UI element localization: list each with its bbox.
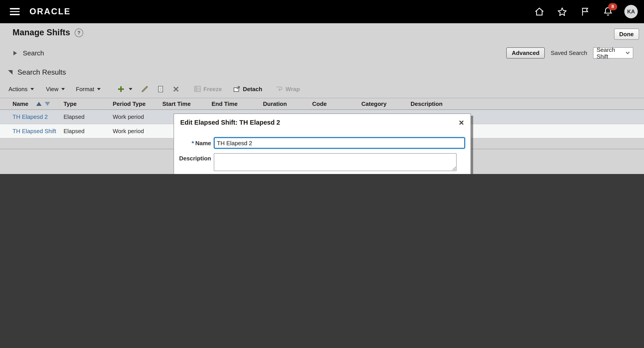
caret-down-icon	[30, 88, 34, 90]
navigation-menu-icon[interactable]	[10, 8, 20, 15]
edit-pencil-icon[interactable]	[141, 84, 148, 94]
name-field-label: *Name	[174, 140, 211, 146]
home-icon[interactable]	[533, 5, 546, 18]
sort-descending-icon[interactable]	[45, 102, 50, 106]
notification-count-badge: 8	[608, 3, 617, 10]
wrap-button: Wrap	[276, 86, 300, 92]
description-textarea[interactable]	[214, 153, 456, 171]
format-menu-label: Format	[76, 86, 94, 92]
column-header-start-time[interactable]: Start Time	[162, 98, 212, 109]
results-section-toggle[interactable]: Search Results	[8, 68, 66, 76]
help-icon[interactable]: ?	[75, 28, 83, 37]
shift-name-link[interactable]: TH Elapesd 2	[12, 110, 64, 124]
column-header-type[interactable]: Type	[64, 98, 113, 109]
freeze-label: Freeze	[204, 86, 222, 92]
results-section-label: Search Results	[18, 68, 66, 76]
actions-menu[interactable]: Actions	[8, 86, 34, 92]
sort-ascending-icon[interactable]	[36, 102, 42, 106]
column-header-duration[interactable]: Duration	[263, 98, 312, 109]
oracle-logo: ORACLE	[30, 7, 71, 16]
results-toolbar: Actions View Format	[8, 84, 644, 94]
required-asterisk: *	[192, 140, 194, 146]
duplicate-document-icon[interactable]	[158, 84, 164, 94]
cell-period-type: Work period	[113, 124, 162, 138]
disclosure-collapsed-icon	[14, 51, 17, 55]
column-header-code[interactable]: Code	[312, 98, 361, 109]
done-button[interactable]: Done	[614, 29, 639, 40]
close-icon[interactable]: ✕	[459, 119, 464, 126]
notifications-bell-icon[interactable]: 8	[602, 5, 614, 18]
page-header: Manage Shifts ?	[12, 28, 83, 37]
search-section-label: Search	[23, 49, 44, 57]
cell-period-type: Work period	[113, 110, 162, 124]
dialog-title-bar: Edit Elapsed Shift: TH Elapesd 2 ✕	[174, 114, 470, 131]
favorites-star-icon[interactable]	[556, 5, 568, 18]
global-header: ORACLE 8	[0, 0, 644, 23]
advanced-search-button[interactable]: Advanced	[506, 47, 545, 58]
detach-window-icon	[234, 86, 240, 92]
name-input[interactable]	[214, 137, 465, 149]
user-avatar[interactable]: KA	[624, 5, 638, 18]
cell-type: Elapsed	[64, 124, 113, 138]
column-header-name[interactable]: Name	[12, 98, 64, 109]
column-header-category[interactable]: Category	[361, 98, 410, 109]
wrap-arrow-icon	[276, 86, 283, 92]
detach-button[interactable]: Detach	[234, 86, 262, 92]
shift-name-link[interactable]: TH Elapsed Shift	[12, 124, 64, 138]
table-header-row: Name Type Period Type Start Time End Tim…	[0, 98, 644, 110]
add-icon[interactable]	[118, 84, 124, 94]
saved-search-select[interactable]: Search Shift	[593, 47, 633, 58]
caret-down-icon	[61, 88, 64, 90]
add-menu-caret-icon[interactable]	[129, 84, 132, 94]
view-menu[interactable]: View	[46, 86, 64, 92]
description-field-row: Description	[174, 153, 470, 171]
column-header-period-type[interactable]: Period Type	[113, 98, 162, 109]
wrap-label: Wrap	[286, 86, 300, 92]
actions-menu-label: Actions	[8, 86, 28, 92]
disclosure-expanded-icon	[8, 70, 12, 75]
saved-search-value: Search Shift	[596, 46, 626, 60]
description-field-label: Description	[174, 155, 211, 162]
detach-label: Detach	[243, 86, 262, 92]
delete-x-icon[interactable]	[173, 84, 179, 94]
search-controls: Advanced Saved Search Search Shift	[506, 47, 633, 58]
global-header-actions: 8 KA	[533, 5, 638, 18]
view-menu-label: View	[46, 86, 58, 92]
freeze-grid-icon	[194, 86, 201, 92]
application-window: ORACLE 8	[0, 0, 644, 174]
format-menu[interactable]: Format	[76, 86, 100, 92]
chevron-down-icon	[626, 51, 630, 54]
column-header-end-time[interactable]: End Time	[212, 98, 263, 109]
cell-type: Elapsed	[64, 110, 113, 124]
freeze-button: Freeze	[194, 86, 222, 92]
name-field-row: *Name	[174, 137, 470, 149]
caret-down-icon	[97, 88, 100, 90]
saved-search-label: Saved Search	[551, 50, 587, 56]
dialog-title: Edit Elapsed Shift: TH Elapesd 2	[180, 119, 280, 126]
page-title: Manage Shifts	[12, 28, 70, 37]
announcements-flag-icon[interactable]	[579, 5, 591, 18]
column-header-description[interactable]: Description	[410, 98, 644, 109]
search-section-toggle[interactable]: Search	[14, 49, 44, 57]
edit-shift-dialog: Edit Elapsed Shift: TH Elapesd 2 ✕ *Name…	[174, 114, 471, 174]
